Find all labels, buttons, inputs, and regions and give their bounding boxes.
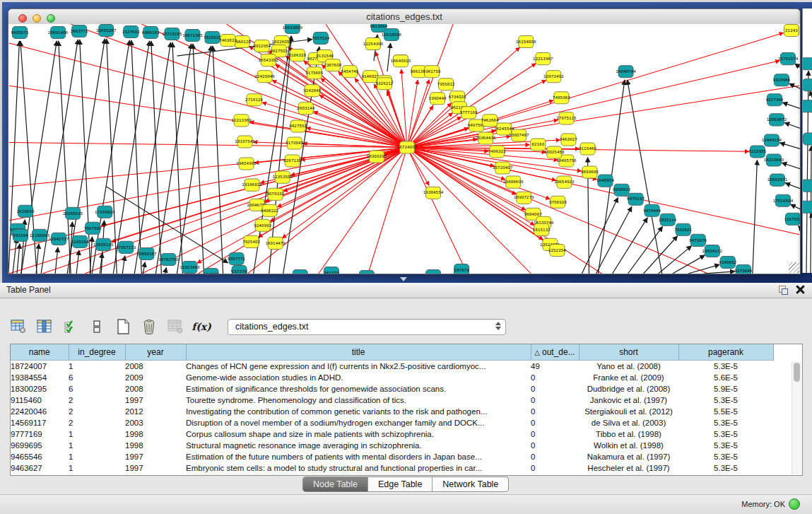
cell[interactable]: 1: [69, 451, 125, 462]
cell[interactable]: 5.3E-5: [678, 417, 773, 428]
cell[interactable]: 0: [531, 395, 579, 406]
cell[interactable]: Tourette syndrome. Phenomenology and cla…: [186, 395, 531, 406]
cell[interactable]: 1: [69, 440, 125, 451]
cell[interactable]: 9115460: [11, 395, 69, 406]
tab-network-table[interactable]: Network Table: [433, 477, 508, 491]
cell[interactable]: Changes of HCN gene expression and I(f) …: [186, 361, 531, 373]
cell[interactable]: 22420046: [11, 406, 69, 417]
table-row[interactable]: 911546021997Tourette syndrome. Phenomeno…: [11, 395, 773, 406]
column-header-in_degree[interactable]: in_degree: [69, 344, 125, 361]
close-panel-icon[interactable]: [796, 285, 805, 294]
cell[interactable]: 2008: [125, 361, 186, 373]
cell[interactable]: Genome-wide association studies in ADHD.: [186, 372, 531, 383]
column-header-short[interactable]: short: [579, 344, 678, 361]
cell[interactable]: 9463627: [11, 462, 69, 474]
cell[interactable]: Structural magnetic resonance image aver…: [186, 440, 531, 451]
cell[interactable]: Disruption of a novel member of a sodium…: [186, 417, 531, 428]
table-row[interactable]: 1456911722003Disruption of a novel membe…: [11, 417, 773, 428]
table-vertical-scrollbar[interactable]: [792, 361, 801, 474]
cell[interactable]: 0: [531, 462, 579, 474]
table-row[interactable]: 2242004622012Investigating the contribut…: [11, 406, 773, 417]
table-gear-icon[interactable]: [10, 318, 27, 335]
cell[interactable]: de Silva et al. (2003): [579, 417, 678, 428]
cell[interactable]: Estimation of the future numbers of pati…: [186, 451, 531, 462]
table-row[interactable]: 1830029562008Estimation of significance …: [11, 383, 773, 395]
cell[interactable]: 1998: [125, 440, 186, 451]
cell[interactable]: 0: [531, 417, 579, 428]
cell[interactable]: 49: [531, 361, 579, 373]
table-row[interactable]: 946554611997Estimation of the future num…: [11, 451, 773, 462]
new-file-icon[interactable]: [114, 318, 131, 335]
cell[interactable]: 0: [531, 372, 579, 383]
scrollbar-thumb[interactable]: [794, 363, 800, 382]
cell[interactable]: 0: [531, 451, 579, 462]
cell[interactable]: Nakamura et al. (1997): [579, 451, 678, 462]
cell[interactable]: 5.3E-5: [678, 462, 773, 474]
resize-grip-icon[interactable]: [789, 262, 799, 273]
cell[interactable]: 5.3E-5: [678, 428, 773, 440]
column-header-year[interactable]: year: [125, 344, 186, 361]
cell[interactable]: 2012: [125, 406, 186, 417]
cell[interactable]: Franke et al. (2009): [579, 372, 678, 383]
float-panel-icon[interactable]: [779, 286, 788, 295]
table-row[interactable]: 977716911998Corpus callosum shape and si…: [11, 428, 773, 440]
cell[interactable]: 2: [69, 395, 125, 406]
table-column-icon[interactable]: [36, 318, 53, 335]
cell[interactable]: 9777169: [11, 428, 69, 440]
cell[interactable]: Hescheler et al. (1997): [579, 462, 678, 474]
table-row[interactable]: 1872400712008Changes of HCN gene express…: [11, 361, 773, 373]
cell[interactable]: 5.3E-5: [678, 451, 773, 462]
cell[interactable]: 2003: [125, 417, 186, 428]
network-graph[interactable]: 1872400789601288912954182260589827503165…: [8, 24, 800, 274]
tab-edge-table[interactable]: Edge Table: [368, 477, 433, 491]
table-row[interactable]: 1938455462009Genome-wide association stu…: [11, 372, 773, 383]
cell[interactable]: 6: [69, 383, 125, 395]
column-header-name[interactable]: name: [11, 344, 69, 361]
cell[interactable]: 1: [69, 428, 125, 440]
cell[interactable]: 9699695: [11, 440, 69, 451]
network-table-select[interactable]: citations_edges.txt: [228, 319, 506, 335]
cell[interactable]: Estimation of significance thresholds fo…: [186, 383, 531, 395]
column-header-title[interactable]: title: [186, 344, 531, 361]
background-network-window[interactable]: [802, 8, 812, 273]
cell[interactable]: 2009: [125, 372, 186, 383]
cell[interactable]: 6: [69, 372, 125, 383]
panel-splitter-handle[interactable]: [400, 277, 407, 281]
function-fx-icon[interactable]: f(x): [193, 318, 210, 335]
cell[interactable]: Corpus callosum shape and size in male p…: [186, 428, 531, 440]
cell[interactable]: 1997: [125, 462, 186, 474]
cell[interactable]: Jankovic et al. (1997): [579, 395, 678, 406]
cell[interactable]: 5.5E-5: [678, 406, 773, 417]
table-row[interactable]: 946362711997Embryonic stem cells: a mode…: [11, 462, 773, 474]
cell[interactable]: 19384554: [11, 372, 69, 383]
cell[interactable]: 5.6E-5: [678, 372, 773, 383]
column-header-pagerank[interactable]: pagerank: [678, 344, 773, 361]
cell[interactable]: 5.3E-5: [678, 361, 773, 373]
cell[interactable]: Dudbridge et al. (2008): [579, 383, 678, 395]
cell[interactable]: 1: [69, 361, 125, 373]
cell[interactable]: 5.9E-5: [678, 383, 773, 395]
cell[interactable]: 1: [69, 462, 125, 474]
cell[interactable]: 0: [531, 428, 579, 440]
cell[interactable]: 18300295: [11, 383, 69, 395]
stacked-squares-icon[interactable]: [88, 318, 105, 335]
cell[interactable]: 2: [69, 417, 125, 428]
cell[interactable]: Tibbo et al. (1998): [579, 428, 678, 440]
cell[interactable]: 14569117: [11, 417, 69, 428]
network-window-titlebar[interactable]: citations_edges.txt: [8, 9, 800, 25]
cell[interactable]: 2008: [125, 383, 186, 395]
cell[interactable]: 1997: [125, 395, 186, 406]
cell[interactable]: Yano et al. (2008): [579, 361, 678, 373]
green-checks-icon[interactable]: [62, 318, 79, 335]
cell[interactable]: Stergiakouli et al. (2012): [579, 406, 678, 417]
cell[interactable]: 9465546: [11, 451, 69, 462]
cell[interactable]: 5.3E-5: [678, 395, 773, 406]
cell[interactable]: 0: [531, 440, 579, 451]
cell[interactable]: 18724007: [11, 361, 69, 373]
column-header-out_de[interactable]: △out_de...: [531, 344, 579, 361]
cell[interactable]: 5.3E-5: [678, 440, 773, 451]
cell[interactable]: Investigating the contribution of common…: [186, 406, 531, 417]
cell[interactable]: 2: [69, 406, 125, 417]
memory-status-indicator[interactable]: [789, 498, 800, 510]
cell[interactable]: Wolkin et al. (1998): [579, 440, 678, 451]
